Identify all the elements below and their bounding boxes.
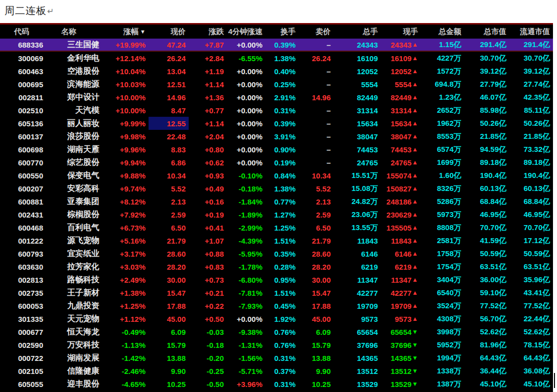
cell-ask: – <box>299 117 334 130</box>
cell-value: 301335 <box>18 315 43 323</box>
cell-pct: +3.03% <box>102 260 149 273</box>
cell-value: 42.35亿 <box>523 93 550 102</box>
table-row[interactable]: 600463空港股份+10.04%13.04+1.19+0.00%0.40%–1… <box>0 65 553 78</box>
cell-value: 14.96 <box>167 93 186 102</box>
cell-value: 6.50 <box>316 224 331 232</box>
cell-name: 丽人丽妆 <box>46 117 102 130</box>
table-row[interactable]: 002813路畅科技+2.49%30.00+0.73-6.80%0.95%30.… <box>0 273 553 286</box>
cell-value: 15634 <box>357 119 378 128</box>
cell-current: 11843▲ <box>381 234 421 247</box>
cell-value: +9.96% <box>120 145 146 154</box>
cell-value: 8553万 <box>437 132 461 141</box>
cell-volume: 6146 <box>334 247 381 260</box>
table-row[interactable]: 600881亚泰集团+8.12%2.13+0.16-1.84%0.77%2.13… <box>0 195 553 208</box>
cell-value: 42277 <box>357 289 378 297</box>
cell-price: 15.47 <box>149 286 189 299</box>
cell-price: 17.88 <box>149 299 189 312</box>
cell-price: 12.55 <box>149 117 189 130</box>
up-arrow-icon: ▲ <box>412 146 418 153</box>
cell-name: 拉芳家化 <box>46 260 102 273</box>
table-row[interactable]: 002811郑中设计+10.00%14.96+1.36+0.00%2.91%14… <box>0 91 553 104</box>
cell-name: 三生国健 <box>46 39 102 51</box>
table-row[interactable]: 600468百利电气+6.73%6.50+0.41-2.99%1.25%6.50… <box>0 221 553 234</box>
table-row[interactable]: 002510天汽模+10.00%8.47+0.77+0.00%0.31%–313… <box>0 104 553 117</box>
cell-name: 金利华电 <box>46 52 102 65</box>
table-row[interactable]: 603630拉芳家化+3.03%28.20+0.83-1.78%0.28%28.… <box>0 260 553 273</box>
column-header-price[interactable]: 现价 <box>149 25 189 39</box>
column-header-ask[interactable]: 卖价 <box>299 25 334 39</box>
cell-value: 1994万 <box>437 353 461 363</box>
column-header-name[interactable]: 名称 <box>46 25 102 39</box>
cell-value: +0.49 <box>205 184 224 193</box>
cell-value: 52.62亿 <box>480 327 506 337</box>
cell-mktcap: 85.98亿 <box>464 104 509 117</box>
column-header-amount[interactable]: 总金额 <box>421 25 464 39</box>
cell-pct: -1.42% <box>102 351 149 364</box>
column-header-floatcap[interactable]: 流通市值 <box>509 25 553 39</box>
cell-chg: +0.16 <box>189 195 227 208</box>
cell-value: -7.81% <box>238 289 262 297</box>
table-row[interactable]: 600053九鼎投资+1.25%17.88+0.22-7.93%0.45%17.… <box>0 299 553 312</box>
table-row[interactable]: 600793宜宾纸业+3.17%28.60+0.88-5.95%0.35%28.… <box>0 247 553 260</box>
table-row[interactable]: 002735王子新材+1.38%15.47+0.21-7.81%1.51%15.… <box>0 286 553 299</box>
cell-ask: 28.20 <box>299 260 334 273</box>
table-row[interactable]: 002590万安科技-1.13%15.79-0.18-1.31%0.76%15.… <box>0 338 553 351</box>
column-header-code[interactable]: 代码 <box>0 25 46 39</box>
cell-ask: 2.13 <box>299 195 334 208</box>
table-row[interactable]: 002105信隆健康-2.46%9.90-0.25-5.71%0.37%9.90… <box>0 364 553 377</box>
title-bar: 周二连板↵ <box>5 4 54 19</box>
column-header-turnover[interactable]: 换手 <box>265 25 299 39</box>
cell-amount: 3524万 <box>421 299 464 312</box>
cell-value: -2.99% <box>238 224 262 232</box>
table-row[interactable]: 000722湖南发展-1.42%13.88-0.20-1.56%0.31%13.… <box>0 351 553 364</box>
up-arrow-icon: ▲ <box>412 133 418 140</box>
cell-chg: -0.18 <box>189 338 227 351</box>
cell-price: 9.90 <box>149 364 189 377</box>
column-header-volume[interactable]: 总手 <box>334 25 381 39</box>
table-row[interactable]: 300069金利华电+12.14%26.24+2.84-6.55%1.38%26… <box>0 52 553 65</box>
cell-value: 46.95亿 <box>523 210 550 220</box>
table-row[interactable]: 002431棕榈股份+7.92%2.59+0.19-1.89%1.27%2.59… <box>0 208 553 221</box>
cell-floatcap: 39.12亿 <box>509 65 553 78</box>
table-row[interactable]: 688336三生国健+19.99%47.24+7.87+0.00%0.39%–2… <box>0 39 553 52</box>
cell-mktcap: 36.00亿 <box>464 273 509 286</box>
cell-value: 王子新材 <box>67 288 99 298</box>
cell-turnover: 2.91% <box>265 91 299 104</box>
column-header-speed[interactable]: 4分钟涨速 <box>227 25 265 39</box>
cell-value: 22.48 <box>167 132 186 141</box>
table-row[interactable]: 600770综艺股份+9.94%6.86+0.62+0.00%0.19%–247… <box>0 156 553 169</box>
table-row[interactable]: 000677恒天海龙-0.49%6.09-0.03-9.38%0.76%6.09… <box>0 325 553 338</box>
cell-price: 26.24 <box>149 52 189 65</box>
cell-value: +0.16 <box>205 198 224 206</box>
column-header-chg[interactable]: 涨跌 <box>189 25 227 39</box>
table-row[interactable]: 600207安彩高科+9.74%5.52+0.49-0.18%1.38%5.52… <box>0 182 553 195</box>
cell-turnover: 1.38% <box>265 182 299 195</box>
table-row[interactable]: 600550保变电气+9.88%10.34+0.93-0.10%0.84%10.… <box>0 169 553 182</box>
table-row[interactable]: 001222源飞宠物+5.16%21.79+1.07-4.39%1.51%21.… <box>0 234 553 247</box>
cell-value: +10.00% <box>115 106 146 115</box>
cell-pct: +9.94% <box>102 156 149 169</box>
cell-pct: -4.65% <box>102 377 149 390</box>
cell-value: 002431 <box>18 211 43 219</box>
cell-amount: 3404万 <box>421 273 464 286</box>
up-arrow-icon: ▲ <box>412 41 418 48</box>
column-header-mktcap[interactable]: 总市值 <box>464 25 509 39</box>
cell-chg: +7.87 <box>189 39 227 51</box>
cell-pct: +1.25% <box>102 299 149 312</box>
up-arrow-icon: ▲ <box>412 276 418 283</box>
table-row[interactable]: 605055迎丰股份-4.65%10.25-0.50+3.96%0.31%10.… <box>0 377 553 390</box>
cell-value: 9573 <box>395 315 411 323</box>
cell-volume: 65654 <box>334 325 381 338</box>
cell-name: 天汽模 <box>46 104 102 117</box>
column-header-pct[interactable]: 涨幅▼ <box>102 25 149 39</box>
cell-ask: 10.34 <box>299 169 334 182</box>
cell-value: +12.14% <box>115 54 146 63</box>
column-header-current[interactable]: 现手 <box>381 25 421 39</box>
cell-code: 600137 <box>0 130 46 143</box>
table-row[interactable]: 600698湖南天雁+9.96%8.83+0.80+0.00%0.90%–744… <box>0 143 553 156</box>
table-row[interactable]: 301335天元宠物+1.12%45.00+0.50+0.00%1.92%45.… <box>0 312 553 325</box>
cell-turnover: 0.40% <box>265 65 299 78</box>
table-row[interactable]: 605136丽人丽妆+9.99%12.55+1.14+0.00%0.39%–15… <box>0 117 553 130</box>
table-row[interactable]: 000695滨海能源+10.03%12.51+1.14+0.00%0.25%–5… <box>0 78 553 91</box>
table-row[interactable]: 600137浪莎股份+9.98%22.48+2.04+0.00%3.91%–38… <box>0 130 553 143</box>
